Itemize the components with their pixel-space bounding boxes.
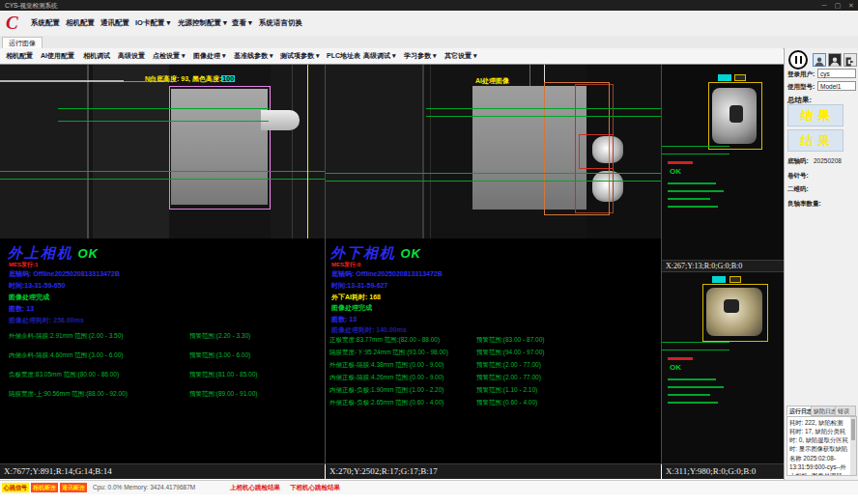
tool-learn-params[interactable]: 学习参数 ▾ bbox=[404, 48, 436, 64]
measurement-text: 内侧正极-负极:1.90mm 范围:(1.00 - 2.20) bbox=[329, 386, 443, 395]
bright-vline bbox=[544, 65, 545, 84]
user-login-button[interactable] bbox=[813, 53, 826, 67]
logout-button[interactable] bbox=[844, 53, 857, 67]
menu-light-config[interactable]: 光源控制配置 ▾ bbox=[178, 11, 227, 36]
ai-image-annotation: AI处理图像 bbox=[475, 76, 509, 86]
left-camera-image[interactable]: N白底高度: 93, 黑色高度:100 bbox=[0, 65, 325, 238]
result-badge-1: 结果 bbox=[787, 104, 844, 126]
tool-baseline-params[interactable]: 基准线参数 ▾ bbox=[234, 48, 272, 64]
menu-bar: C 系统配置 相机配置 通讯配置 IO卡配置 ▾ 光源控制配置 ▾ 查看 ▾ 系… bbox=[0, 11, 858, 37]
roi-box-magenta bbox=[169, 86, 271, 210]
camera-name-text: 外上相机 bbox=[8, 244, 73, 261]
thumb-ok-text: OK bbox=[670, 167, 681, 176]
mini-red-text-line bbox=[668, 161, 693, 164]
menu-view[interactable]: 查看 ▾ bbox=[232, 11, 252, 36]
thumb2-coords-bar: X:311;Y:980;R:0;G:0;B:0 bbox=[662, 463, 784, 479]
menu-camera-config[interactable]: 相机配置 bbox=[66, 11, 95, 36]
yield-label: 良轴率数量: bbox=[787, 200, 821, 209]
measure-line bbox=[662, 342, 729, 343]
annotation-text: N白底高度: 93, 黑色高度: bbox=[145, 75, 221, 82]
result-badge-2: 结果 bbox=[787, 129, 844, 152]
measurement-text: 外侧正极-隔膜:4.38mm 范围:(0.00 - 9.00) bbox=[329, 361, 443, 370]
maximize-button[interactable]: ▢ bbox=[831, 0, 844, 11]
tool-advanced-set[interactable]: 高级设置 bbox=[118, 48, 145, 64]
mini-green-text-line bbox=[668, 386, 724, 388]
camera-name-text: 外下相机 bbox=[330, 244, 396, 261]
tool-other-settings[interactable]: 其它设置 ▾ bbox=[444, 48, 476, 64]
main-area: N白底高度: 93, 黑色高度:100 外上相机 OK MES发行:1 底轴码:… bbox=[0, 64, 784, 464]
pause-button[interactable] bbox=[788, 50, 808, 70]
measurement-text: 正极宽度:83.77mm 范围:(82.00 - 88.00) bbox=[329, 336, 440, 345]
measure-line bbox=[662, 350, 729, 350]
log-tab-error[interactable]: 错误日志 bbox=[835, 406, 856, 416]
user-dark-button[interactable] bbox=[828, 53, 842, 67]
menu-language-switch[interactable]: 系统语言切换 bbox=[259, 11, 302, 36]
label-box-yellow bbox=[734, 74, 746, 81]
warn-range-text: 预警范围:(2.20 - 3.30) bbox=[189, 332, 250, 341]
measurement-text: 内侧余料-隔膜:4.60mm 范围:(3.00 - 6.00) bbox=[9, 351, 123, 360]
frame-area bbox=[93, 65, 169, 238]
middle-camera-image[interactable]: AI处理图像 bbox=[326, 65, 661, 238]
left-coords-bar: X:7677;Y:891;R:14;G:14;B:14 bbox=[0, 463, 325, 479]
elapsed-text: 图像处理耗时: 140.00ms bbox=[331, 325, 407, 335]
thumb-ok-text: OK bbox=[670, 363, 681, 372]
tool-advanced-debug[interactable]: 高级调试 ▾ bbox=[363, 48, 395, 64]
measure-line bbox=[662, 146, 729, 147]
sidebar: 登录用户: cys 使用型号: Model1 总结果: 结果 结果 底轴码: 2… bbox=[784, 48, 858, 480]
lower-camera-alert: 下相机心跳检结果 bbox=[290, 483, 340, 492]
barcode-text: 底轴码: Offline2025020813313472B bbox=[9, 269, 120, 279]
status-bar: 心跳信号 相机断连 通讯断连 Cpu: 0.0% Memory: 3424.41… bbox=[0, 480, 858, 494]
tool-image-process[interactable]: 图像处理 ▾ bbox=[193, 48, 225, 64]
log-scrollbar[interactable] bbox=[850, 417, 856, 475]
part-hole bbox=[724, 299, 739, 313]
roi-box-red-inner bbox=[579, 134, 614, 169]
menu-io-config[interactable]: IO卡配置 ▾ bbox=[135, 11, 170, 36]
warn-range-text: 预警范围:(81.00 - 85.00) bbox=[189, 371, 257, 379]
menu-comm-config[interactable]: 通讯配置 bbox=[100, 11, 129, 36]
minimize-button[interactable]: ─ bbox=[817, 0, 831, 11]
mini-green-text-line bbox=[668, 198, 710, 200]
needle-label: 卷针号: bbox=[787, 172, 809, 181]
middle-camera-panel: AI处理图像 外下相机 OK MES发行:0 底轴码: Offline20250… bbox=[326, 65, 661, 464]
model-field[interactable]: Model1 bbox=[817, 81, 856, 91]
time-text: 时间:13-31-59-627 bbox=[331, 281, 387, 291]
tool-camera-config[interactable]: 相机配置 bbox=[6, 48, 33, 64]
tool-camera-debug[interactable]: 相机调试 bbox=[83, 48, 110, 64]
bright-streak bbox=[0, 80, 124, 82]
mini-red-text-line bbox=[668, 357, 693, 360]
close-button[interactable]: ✕ bbox=[844, 0, 858, 11]
warn-range-text: 预警范围:(1.10 - 2.10) bbox=[476, 386, 537, 395]
measure-line bbox=[0, 179, 325, 180]
tool-test-params[interactable]: 测试项参数 ▾ bbox=[280, 48, 319, 64]
thumbnail-1[interactable]: OK bbox=[662, 65, 784, 260]
tool-ai-use-config[interactable]: AI使用配置 bbox=[41, 48, 74, 64]
tool-plc-table[interactable]: PLC地址表 bbox=[327, 48, 360, 64]
toolbar: 相机配置 AI使用配置 相机调试 高级设置 点检设置 ▾ 图像处理 ▾ 基准线参… bbox=[0, 48, 783, 65]
login-user-label: 登录用户: bbox=[787, 70, 815, 79]
measurement-text: 外侧余料-隔膜:2.91mm 范围:(2.00 - 3.50) bbox=[9, 332, 123, 341]
result-ok-text: OK bbox=[77, 246, 99, 261]
app-logo-icon: C bbox=[6, 12, 27, 34]
menu-system-config[interactable]: 系统配置 bbox=[31, 11, 60, 36]
warn-range-text: 预警范围:(94.00 - 97.00) bbox=[476, 349, 544, 357]
measurement-text: 外侧正极-负极:2.65mm 范围:(0.60 - 4.00) bbox=[329, 399, 443, 407]
roi-line-pink bbox=[270, 86, 271, 208]
machine-frame bbox=[0, 65, 87, 238]
tool-spot-check[interactable]: 点检设置 ▾ bbox=[153, 48, 185, 64]
heartbeat-badge: 心跳信号 bbox=[2, 483, 29, 492]
process-done-text: 图像处理完成 bbox=[9, 293, 49, 302]
user-dark-icon bbox=[829, 56, 841, 68]
measurement-text: 内侧正极-隔膜:4.26mm 范围:(0.00 - 9.00) bbox=[329, 374, 443, 382]
frame-count-text: 图数: 13 bbox=[9, 304, 34, 314]
process-done-text: 图像处理完成 bbox=[331, 303, 372, 313]
app-window: CYS-视觉检测系统 ─ ▢ ✕ C 系统配置 相机配置 通讯配置 IO卡配置 … bbox=[0, 0, 858, 504]
user-icon bbox=[814, 56, 825, 68]
login-user-field[interactable]: cys bbox=[817, 69, 856, 78]
mini-green-text-line bbox=[668, 206, 718, 208]
thumb1-coords-bar: X:267;Y:13;R:0;G:0;B:0 bbox=[662, 260, 784, 272]
thumbnail-2[interactable]: OK bbox=[662, 272, 784, 464]
right-frame-edge bbox=[292, 65, 293, 238]
time-text: 时间:13-31-59-650 bbox=[9, 281, 65, 291]
log-output[interactable]: 耗时: 222, 缺陷检测耗时: 17, 缺陷分类耗时: 0, 缺陷提取分区耗时… bbox=[786, 416, 857, 476]
right-frame bbox=[271, 65, 325, 238]
